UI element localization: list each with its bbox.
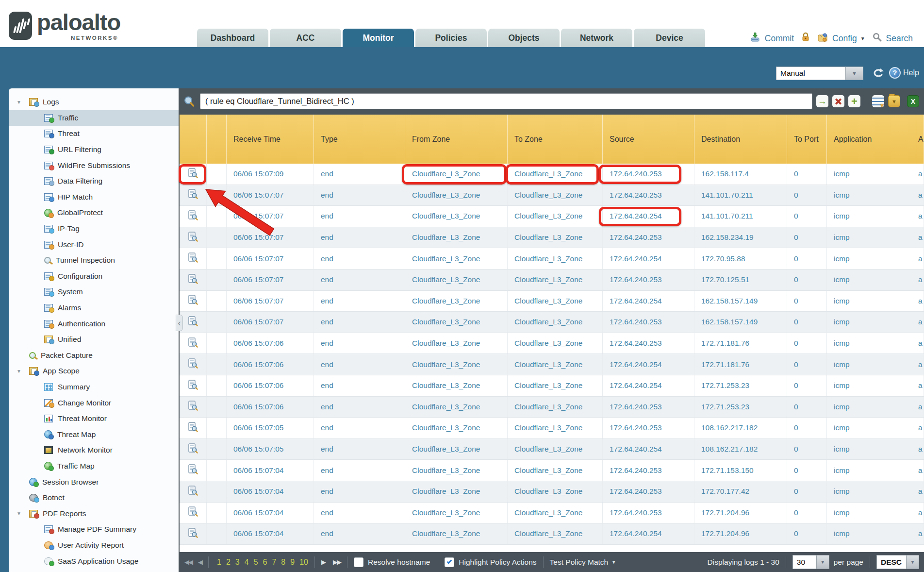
source-link[interactable]: 172.64.240.253 [603, 460, 694, 481]
page-number[interactable]: 3 [235, 558, 240, 567]
from-zone-link[interactable]: Cloudflare_L3_Zone [405, 164, 508, 185]
application-link[interactable]: icmp [827, 523, 916, 544]
action-link[interactable]: a [916, 375, 924, 396]
page-number[interactable]: 8 [281, 558, 285, 567]
action-link[interactable]: a [916, 523, 924, 544]
log-detail-icon[interactable] [188, 528, 198, 540]
from-zone-link[interactable]: Cloudflare_L3_Zone [405, 269, 508, 290]
to-port-link[interactable]: 0 [787, 503, 827, 523]
sidebar-item[interactable]: IP-Tag [9, 221, 179, 237]
sidebar-item[interactable]: URL Filtering [9, 142, 179, 158]
sidebar-item[interactable]: Network Monitor [9, 442, 179, 458]
to-zone-link[interactable]: Cloudflare_L3_Zone [508, 354, 603, 375]
receive-time-link[interactable]: 06/06 15:07:07 [227, 269, 314, 290]
action-link[interactable]: a [916, 269, 924, 290]
sidebar-item[interactable]: User Activity Report [9, 538, 179, 554]
type-link[interactable]: end [314, 312, 405, 333]
log-detail-icon[interactable] [188, 316, 198, 328]
source-link[interactable]: 172.64.240.253 [603, 164, 694, 185]
column-header[interactable]: Type [314, 115, 405, 164]
filter-query-input[interactable] [200, 93, 812, 109]
log-detail-icon[interactable] [188, 486, 198, 498]
destination-link[interactable]: 162.158.157.149 [694, 291, 787, 312]
page-number[interactable]: 5 [254, 558, 258, 567]
refresh-mode-select[interactable]: Manual [776, 67, 846, 80]
to-port-link[interactable]: 0 [787, 418, 827, 438]
load-filter-icon[interactable] [888, 95, 900, 107]
sidebar-item[interactable]: Threat Monitor [9, 411, 179, 427]
type-link[interactable]: end [314, 248, 405, 269]
test-policy-caret-icon[interactable]: ▼ [611, 560, 616, 565]
nav-tab[interactable]: Dashboard [197, 29, 268, 47]
per-page-value[interactable]: 30 [793, 555, 816, 569]
source-link[interactable]: 172.64.240.253 [603, 312, 694, 333]
destination-link[interactable]: 141.101.70.211 [694, 185, 787, 206]
prev-page-icon[interactable]: ◀ [198, 558, 202, 566]
source-link[interactable]: 172.64.240.253 [603, 269, 694, 290]
sort-order-select[interactable]: DESC ▼ [876, 555, 919, 569]
page-number[interactable]: 7 [272, 558, 276, 567]
to-port-link[interactable]: 0 [787, 333, 827, 354]
tree-expander-icon[interactable]: ▼ [16, 100, 29, 105]
test-policy-match-button[interactable]: Test Policy Match [550, 558, 609, 567]
action-link[interactable]: a [916, 460, 924, 481]
action-link[interactable]: a [916, 164, 924, 185]
column-header[interactable]: A [916, 115, 924, 164]
source-link[interactable]: 172.64.240.254 [603, 291, 694, 312]
sidebar-item[interactable]: Manage PDF Summary [9, 522, 179, 538]
apply-filter-icon[interactable]: → [816, 95, 828, 107]
application-link[interactable]: icmp [827, 185, 916, 206]
sidebar-item[interactable]: User-ID [9, 236, 179, 252]
application-link[interactable]: icmp [827, 481, 916, 502]
receive-time-link[interactable]: 06/06 15:07:04 [227, 481, 314, 502]
to-zone-link[interactable]: Cloudflare_L3_Zone [508, 206, 603, 227]
sidebar-item[interactable]: Traffic [9, 110, 179, 126]
action-link[interactable]: a [916, 185, 924, 206]
application-link[interactable]: icmp [827, 460, 916, 481]
log-detail-icon[interactable] [188, 295, 198, 307]
log-detail-icon[interactable] [188, 210, 198, 222]
destination-link[interactable]: 172.70.125.51 [694, 269, 787, 290]
source-link[interactable]: 172.64.240.253 [603, 418, 694, 438]
application-link[interactable]: icmp [827, 354, 916, 375]
nav-tab[interactable]: ACC [270, 29, 341, 47]
clear-filter-icon[interactable] [832, 95, 844, 107]
nav-tab[interactable]: Monitor [343, 29, 414, 47]
action-link[interactable]: a [916, 227, 924, 248]
source-link[interactable]: 172.64.240.254 [603, 523, 694, 544]
commit-button[interactable]: Commit [765, 34, 794, 44]
application-link[interactable]: icmp [827, 164, 916, 185]
destination-link[interactable]: 172.70.95.88 [694, 248, 787, 269]
config-button[interactable]: Config [832, 34, 857, 44]
type-link[interactable]: end [314, 206, 405, 227]
action-link[interactable]: a [916, 333, 924, 354]
source-link[interactable]: 172.64.240.253 [603, 397, 694, 418]
nav-tab[interactable]: Objects [488, 29, 560, 47]
from-zone-link[interactable]: Cloudflare_L3_Zone [405, 248, 508, 269]
to-zone-link[interactable]: Cloudflare_L3_Zone [508, 312, 603, 333]
destination-link[interactable]: 172.71.253.23 [694, 375, 787, 396]
source-link[interactable]: 172.64.240.253 [603, 227, 694, 248]
sidebar-collapse-handle[interactable]: ‹ [176, 315, 183, 331]
action-link[interactable]: a [916, 439, 924, 460]
to-port-link[interactable]: 0 [787, 397, 827, 418]
page-number[interactable]: 2 [226, 558, 231, 567]
to-zone-link[interactable]: Cloudflare_L3_Zone [508, 291, 603, 312]
receive-time-link[interactable]: 06/06 15:07:04 [227, 503, 314, 523]
from-zone-link[interactable]: Cloudflare_L3_Zone [405, 503, 508, 523]
sidebar-item[interactable]: Tunnel Inspection [9, 252, 179, 269]
sidebar-item[interactable]: Threat [9, 126, 179, 142]
type-link[interactable]: end [314, 503, 405, 523]
source-link[interactable]: 172.64.240.254 [603, 375, 694, 396]
type-link[interactable]: end [314, 397, 405, 418]
type-link[interactable]: end [314, 481, 405, 502]
application-link[interactable]: icmp [827, 333, 916, 354]
sort-order-caret-icon[interactable]: ▼ [906, 555, 919, 569]
column-header[interactable] [180, 115, 207, 164]
action-link[interactable]: a [916, 503, 924, 523]
log-detail-icon[interactable] [188, 274, 198, 286]
log-detail-icon[interactable] [188, 422, 198, 434]
destination-link[interactable]: 162.158.234.19 [694, 227, 787, 248]
resolve-hostname-checkbox[interactable] [354, 557, 363, 567]
receive-time-link[interactable]: 06/06 15:07:07 [227, 185, 314, 206]
